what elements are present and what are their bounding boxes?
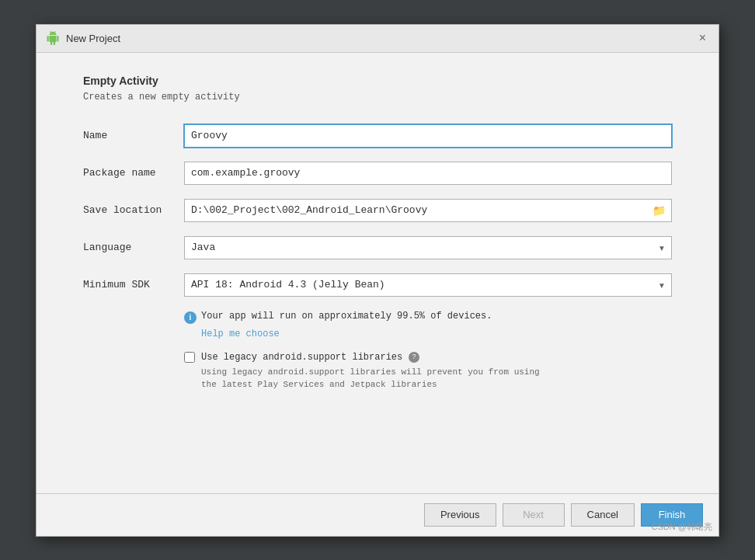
- watermark: CSDN @韩曙亮: [652, 521, 712, 533]
- previous-button[interactable]: Previous: [424, 503, 496, 527]
- coverage-text: Your app will run on approximately 99.5%…: [201, 311, 492, 322]
- sdk-row: Minimum SDK API 16: Android 4.1 (Jelly B…: [83, 273, 672, 297]
- dialog-body: Empty Activity Creates a new empty activ…: [37, 53, 718, 493]
- legacy-description: Using legacy android.support libraries w…: [201, 366, 672, 391]
- title-bar-left: New Project: [46, 31, 120, 45]
- new-project-dialog: New Project × Empty Activity Creates a n…: [36, 24, 719, 537]
- close-button[interactable]: ×: [696, 32, 709, 44]
- name-label: Name: [83, 130, 184, 141]
- language-label: Language: [83, 242, 184, 253]
- name-row: Name: [83, 124, 672, 148]
- legacy-help-icon[interactable]: ?: [409, 352, 419, 363]
- coverage-line: i Your app will run on approximately 99.…: [184, 311, 672, 324]
- next-button[interactable]: Next: [503, 503, 565, 527]
- coverage-info: i Your app will run on approximately 99.…: [184, 311, 672, 339]
- sdk-control: API 16: Android 4.1 (Jelly Bean) API 17:…: [184, 273, 672, 297]
- dialog-title: New Project: [66, 33, 120, 44]
- legacy-checkbox-label[interactable]: Use legacy android.support libraries ?: [184, 352, 672, 363]
- location-label: Save location: [83, 204, 184, 216]
- legacy-checkbox[interactable]: [184, 352, 195, 363]
- sdk-select[interactable]: API 16: Android 4.1 (Jelly Bean) API 17:…: [184, 273, 672, 297]
- location-row: Save location 📁: [83, 199, 672, 222]
- dialog-footer: Previous Next Cancel Finish: [37, 493, 718, 536]
- title-bar: New Project ×: [37, 25, 718, 53]
- folder-icon[interactable]: 📁: [652, 204, 666, 217]
- android-icon: [46, 31, 60, 45]
- sdk-select-wrapper: API 16: Android 4.1 (Jelly Bean) API 17:…: [184, 273, 672, 297]
- package-input[interactable]: [184, 162, 672, 185]
- name-control: [184, 124, 672, 148]
- package-control: [184, 162, 672, 185]
- help-me-choose-link[interactable]: Help me choose: [201, 329, 280, 339]
- cancel-button[interactable]: Cancel: [571, 503, 635, 527]
- legacy-desc-line1: Using legacy android.support libraries w…: [201, 367, 540, 377]
- section-subtitle: Creates a new empty activity: [83, 92, 672, 103]
- legacy-label-text: Use legacy android.support libraries: [201, 352, 402, 363]
- language-row: Language Java Kotlin ▼: [83, 236, 672, 259]
- package-label: Package name: [83, 167, 184, 179]
- legacy-desc-line2: the latest Play Services and Jetpack lib…: [201, 380, 437, 389]
- language-select-wrapper: Java Kotlin ▼: [184, 236, 672, 259]
- location-wrapper: 📁: [184, 199, 672, 222]
- name-input[interactable]: [184, 124, 672, 148]
- legacy-checkbox-row: Use legacy android.support libraries ? U…: [184, 352, 672, 391]
- info-icon: i: [184, 311, 197, 324]
- package-row: Package name: [83, 162, 672, 185]
- location-control: 📁: [184, 199, 672, 222]
- sdk-label: Minimum SDK: [83, 279, 184, 290]
- language-select[interactable]: Java Kotlin: [184, 236, 672, 259]
- section-title: Empty Activity: [83, 75, 672, 87]
- language-control: Java Kotlin ▼: [184, 236, 672, 259]
- location-input[interactable]: [184, 199, 672, 222]
